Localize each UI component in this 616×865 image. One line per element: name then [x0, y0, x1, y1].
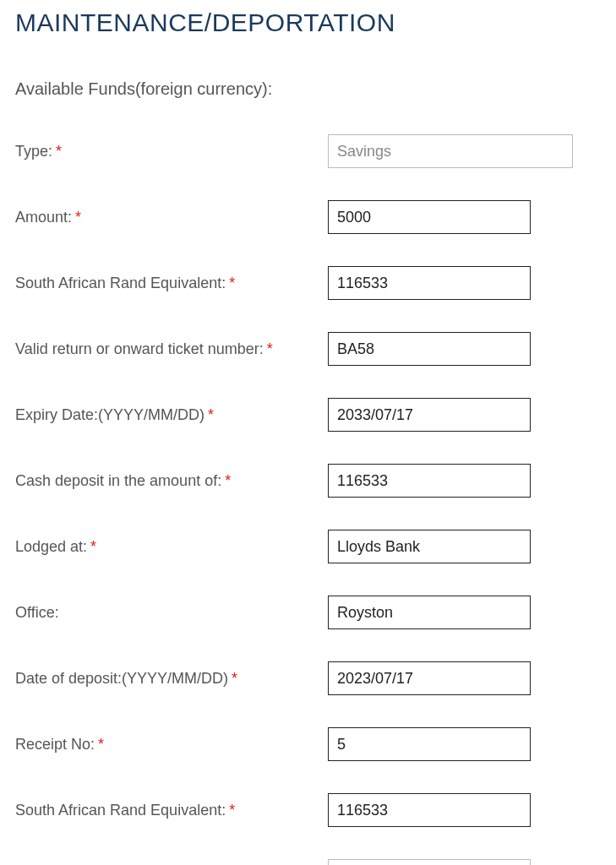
row-rand-equiv-1: South African Rand Equivalent: * [15, 266, 601, 300]
input-lodged-at[interactable] [328, 530, 531, 563]
required-marker: * [90, 539, 96, 554]
required-marker: * [225, 473, 231, 488]
row-amount: Amount: * [15, 200, 601, 234]
input-type [328, 134, 573, 168]
input-expiry-date[interactable] [328, 398, 531, 432]
input-office[interactable] [328, 596, 531, 629]
label-other: Other: * [15, 859, 328, 865]
row-deposit-date: Date of deposit:(YYYY/MM/DD) * [15, 661, 601, 695]
row-ticket-number: Valid return or onward ticket number: * [15, 332, 601, 366]
required-marker: * [208, 407, 214, 422]
input-amount[interactable] [328, 200, 531, 234]
label-expiry-date: Expiry Date:(YYYY/MM/DD)* [15, 406, 328, 424]
label-ticket-number: Valid return or onward ticket number: * [15, 340, 328, 358]
row-rand-equiv-2: South African Rand Equivalent: * [15, 793, 601, 827]
input-ticket-number[interactable] [328, 332, 531, 366]
required-marker: * [267, 341, 273, 356]
label-amount: Amount: * [15, 209, 328, 226]
section-label: Available Funds(foreign currency): [15, 79, 601, 99]
label-lodged-at: Lodged at: * [15, 538, 328, 556]
required-marker: * [56, 144, 62, 159]
input-receipt-no[interactable] [328, 727, 531, 761]
label-rand-equiv-2: South African Rand Equivalent: * [15, 802, 328, 819]
row-cash-deposit: Cash deposit in the amount of: * [15, 464, 601, 498]
label-type: Type: * [15, 143, 328, 160]
input-rand-equiv-1[interactable] [328, 266, 531, 300]
input-rand-equiv-2[interactable] [328, 793, 531, 827]
row-expiry-date: Expiry Date:(YYYY/MM/DD)* [15, 398, 601, 432]
label-receipt-no: Receipt No: * [15, 736, 328, 753]
required-marker: * [75, 209, 81, 225]
required-marker: * [229, 275, 235, 291]
label-rand-equiv-1: South African Rand Equivalent: * [15, 275, 328, 292]
row-receipt-no: Receipt No: * [15, 727, 601, 761]
row-type: Type: * [15, 134, 601, 168]
page-title: MAINTENANCE/DEPORTATION [15, 8, 601, 37]
row-other: Other: * [15, 859, 601, 865]
required-marker: * [229, 802, 235, 818]
label-cash-deposit: Cash deposit in the amount of: * [15, 472, 328, 490]
label-office: Office: [15, 604, 328, 622]
input-deposit-date[interactable] [328, 661, 531, 695]
input-other[interactable] [328, 859, 531, 865]
row-lodged-at: Lodged at: * [15, 530, 601, 563]
required-marker: * [232, 671, 237, 686]
input-cash-deposit[interactable] [328, 464, 531, 498]
row-office: Office: [15, 596, 601, 629]
label-deposit-date: Date of deposit:(YYYY/MM/DD) * [15, 670, 328, 688]
required-marker: * [98, 737, 104, 752]
